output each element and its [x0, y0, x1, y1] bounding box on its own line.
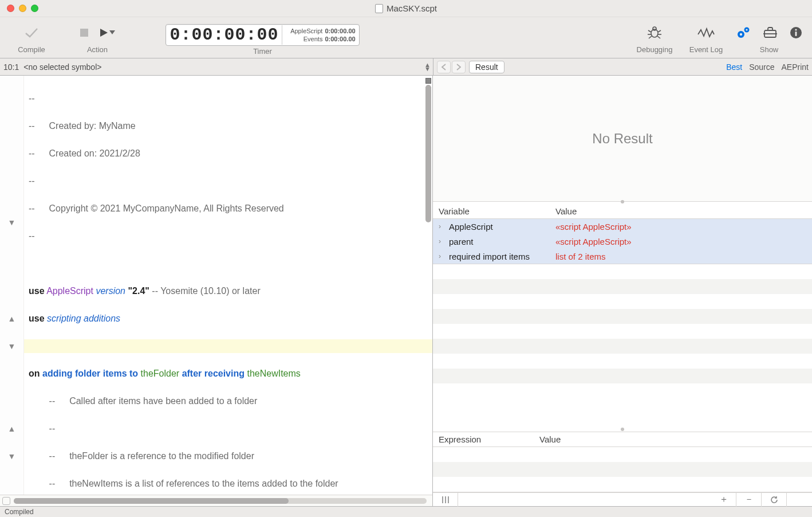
tab-source[interactable]: Source — [749, 62, 774, 72]
symbol-selector[interactable]: <no selected symbol> — [23, 62, 101, 72]
refresh-button[interactable] — [762, 493, 787, 507]
info-button[interactable] — [790, 26, 802, 39]
split-toggle-button[interactable] — [2, 497, 10, 505]
add-expression-button[interactable]: ＋ — [711, 493, 736, 507]
svg-point-12 — [740, 33, 742, 36]
run-button[interactable] — [99, 28, 115, 37]
svg-rect-0 — [80, 29, 88, 37]
nav-forward-button[interactable] — [452, 61, 466, 73]
navigation-bar: 10:1 <no selected symbol> ▲▼ Result Best… — [0, 58, 812, 76]
editor-bottom-bar — [0, 495, 432, 506]
timer-events-label: Events — [286, 35, 322, 43]
chevron-right-icon: › — [439, 222, 446, 230]
timer-label: Timer — [253, 47, 272, 56]
table-row[interactable]: ›parent «script AppleScript» — [433, 234, 812, 249]
timer-main: 0:00:00:00 — [170, 25, 282, 45]
editor-pane: ▼ ▲ ▼ ▲ ▼ -- -- Created by: MyName -- Cr… — [0, 76, 433, 506]
table-row[interactable] — [433, 447, 812, 462]
compile-button[interactable] — [23, 26, 40, 39]
remove-expression-button[interactable]: － — [736, 493, 762, 507]
gears-button[interactable] — [736, 26, 751, 40]
traffic-lights — [0, 5, 38, 12]
result-selector[interactable]: Result — [469, 61, 504, 73]
expression-toolbar: ＋ － — [433, 492, 812, 506]
eventlog-label: Event Log — [689, 45, 723, 54]
more-button[interactable] — [787, 493, 812, 507]
toolbar: Compile Action 0:00:00:00 AppleScript 0:… — [0, 17, 812, 58]
code-gutter: ▼ ▲ ▼ ▲ ▼ — [0, 76, 24, 495]
expr-header-name[interactable]: Expression — [433, 434, 536, 444]
chevron-right-icon: › — [439, 252, 446, 260]
close-window-button[interactable] — [7, 5, 14, 12]
action-label: Action — [87, 45, 108, 54]
window-titlebar: MacSKY.scpt — [0, 0, 812, 17]
timer-events-value: 0:00:00.00 — [325, 35, 355, 43]
splitter[interactable] — [433, 202, 812, 204]
zoom-window-button[interactable] — [31, 5, 38, 12]
nav-back-button[interactable] — [437, 61, 451, 73]
timer-panel: 0:00:00:00 AppleScript 0:00:00.00 Events… — [165, 24, 359, 46]
no-result-text: No Result — [592, 131, 652, 147]
main-split: ▼ ▲ ▼ ▲ ▼ -- -- Created by: MyName -- Cr… — [0, 76, 812, 507]
svg-point-18 — [795, 29, 797, 30]
variables-header-value[interactable]: Value — [552, 206, 812, 216]
vertical-scrollbar[interactable] — [425, 78, 431, 493]
svg-rect-19 — [795, 32, 797, 36]
svg-line-10 — [657, 36, 660, 38]
tab-best[interactable]: Best — [726, 62, 742, 72]
svg-marker-2 — [109, 30, 115, 34]
tab-aeprint[interactable]: AEPrint — [782, 62, 809, 72]
table-row[interactable] — [433, 477, 812, 492]
status-bar: Compiled — [0, 507, 812, 517]
symbol-stepper[interactable]: ▲▼ — [424, 63, 431, 71]
show-label: Show — [760, 45, 779, 54]
code-editor[interactable]: ▼ ▲ ▼ ▲ ▼ -- -- Created by: MyName -- Cr… — [0, 76, 432, 495]
svg-line-6 — [658, 30, 661, 32]
status-text: Compiled — [5, 508, 34, 516]
result-view: No Result — [433, 76, 812, 202]
window-title: MacSKY.scpt — [387, 3, 437, 13]
variables-header-name[interactable]: Variable — [433, 206, 552, 216]
debugging-button[interactable] — [647, 26, 663, 40]
svg-point-4 — [653, 27, 656, 30]
debugging-label: Debugging — [637, 45, 673, 54]
table-row[interactable]: ›required import items list of 2 items — [433, 249, 812, 264]
minimize-window-button[interactable] — [19, 5, 26, 12]
splitter[interactable] — [433, 429, 812, 432]
variables-table: Variable Value ›AppleScript «script Appl… — [433, 204, 812, 264]
code-content[interactable]: -- -- Created by: MyName -- Created on: … — [24, 76, 432, 495]
svg-line-9 — [649, 36, 652, 38]
results-pane: No Result Variable Value ›AppleScript «s… — [433, 76, 812, 506]
svg-line-5 — [648, 30, 651, 32]
compile-label: Compile — [18, 45, 45, 54]
svg-point-14 — [746, 29, 747, 30]
toolbox-button[interactable] — [763, 27, 777, 38]
result-view-tabs: Best Source AEPrint — [726, 62, 809, 72]
stop-button[interactable] — [80, 28, 89, 37]
svg-marker-1 — [100, 29, 108, 37]
expressions-table: Expression Value — [433, 432, 812, 492]
timer-applescript-value: 0:00:00.00 — [325, 27, 355, 35]
eventlog-button[interactable] — [697, 26, 715, 39]
columns-button[interactable] — [433, 493, 458, 507]
chevron-right-icon: › — [439, 237, 446, 245]
horizontal-scrollbar[interactable] — [14, 498, 427, 504]
table-row[interactable] — [433, 462, 812, 477]
expr-header-value[interactable]: Value — [536, 434, 812, 444]
document-icon — [375, 4, 383, 13]
cursor-position: 10:1 — [3, 62, 19, 72]
table-row[interactable]: ›AppleScript «script AppleScript» — [433, 219, 812, 234]
variables-empty-rows — [433, 264, 812, 429]
timer-applescript-label: AppleScript — [286, 27, 322, 35]
